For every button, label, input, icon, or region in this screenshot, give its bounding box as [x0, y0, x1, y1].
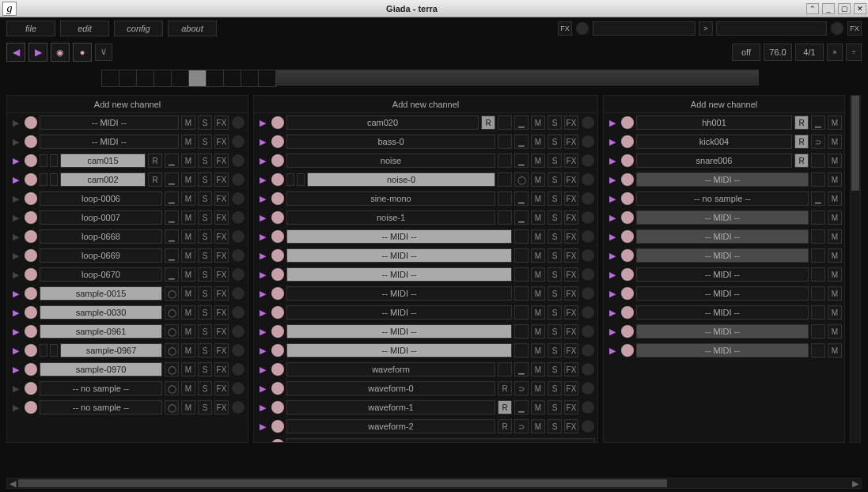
channel-read-actions-button[interactable]: R	[794, 153, 809, 168]
channel-solo-button[interactable]: S	[548, 191, 562, 206]
channel-mode-button[interactable]: ▁	[514, 191, 529, 206]
channel-volume-knob[interactable]	[231, 134, 245, 149]
transport-input-rec-button[interactable]: ●	[73, 43, 92, 62]
channel-arm-button[interactable]	[271, 268, 284, 281]
channel-mute-button[interactable]: M	[828, 191, 842, 206]
channel-mode-button[interactable]: ▁	[514, 115, 529, 130]
add-channel-button[interactable]: Add new channel	[7, 96, 248, 113]
channel-volume-knob[interactable]	[581, 115, 595, 130]
channel-play-button[interactable]: ▶	[256, 116, 269, 129]
channel-arm-button[interactable]	[621, 249, 634, 262]
channel-read-actions-button[interactable]: R	[148, 153, 162, 168]
channel-name[interactable]: noise-0	[307, 172, 495, 187]
channel-mute-button[interactable]: M	[181, 172, 195, 187]
channel-mode-button[interactable]	[514, 248, 529, 263]
channel-arm-button[interactable]	[25, 173, 37, 186]
channel-play-button[interactable]: ▶	[256, 135, 269, 148]
channel-volume-knob[interactable]	[581, 134, 595, 149]
channel-name[interactable]: hh001	[636, 115, 792, 130]
channel-mute-button[interactable]: M	[181, 115, 195, 130]
channel-fx-button[interactable]: FX	[564, 229, 578, 244]
channel-solo-button[interactable]: S	[198, 305, 212, 320]
channel-arm-button[interactable]	[271, 192, 284, 205]
channel-mute-button[interactable]: M	[531, 362, 545, 377]
seq-cell-8[interactable]	[241, 70, 259, 86]
channel-fx-button[interactable]: FX	[564, 362, 578, 377]
channel-mode-button[interactable]: ▁	[514, 134, 529, 149]
channel-read-actions-button[interactable]: R	[794, 134, 809, 149]
channel-play-button[interactable]: ▶	[256, 325, 269, 338]
channel-play-button[interactable]: ▶	[9, 344, 22, 357]
channel-fx-button[interactable]: FX	[214, 362, 229, 377]
channel-mute-button[interactable]: M	[181, 153, 195, 168]
seq-cell-0[interactable]	[102, 70, 119, 86]
channel-name[interactable]: bass	[286, 438, 595, 442]
channel-mute-button[interactable]: M	[181, 400, 195, 414]
channel-mute-button[interactable]: M	[531, 210, 545, 225]
channel-name[interactable]: sine-mono	[286, 191, 495, 206]
channel-name[interactable]: -- MIDI --	[636, 267, 809, 282]
channel-name[interactable]: -- MIDI --	[286, 324, 512, 339]
channel-mute-button[interactable]: M	[828, 115, 842, 130]
channel-mode-button[interactable]	[811, 267, 825, 282]
channel-solo-button[interactable]: S	[198, 210, 212, 225]
channel-volume-knob[interactable]	[231, 324, 245, 339]
channel-mute-button[interactable]: M	[531, 134, 545, 149]
channel-solo-button[interactable]: S	[548, 343, 562, 358]
channel-play-button[interactable]: ▶	[256, 249, 269, 262]
channel-volume-knob[interactable]	[581, 324, 595, 339]
channel-play-button[interactable]: ▶	[606, 211, 619, 224]
channel-mute-button[interactable]: M	[828, 324, 842, 339]
channel-loop-mode-button[interactable]: ◯	[165, 400, 179, 414]
menu-file[interactable]: file	[6, 21, 55, 36]
channel-volume-knob[interactable]	[231, 400, 245, 414]
channel-name[interactable]: snare006	[636, 153, 792, 168]
channel-volume-knob[interactable]	[231, 248, 245, 263]
channel-play-button[interactable]: ▶	[606, 173, 619, 186]
channel-name[interactable]: -- MIDI --	[40, 115, 179, 130]
channel-loop-mode-button[interactable]: ◯	[165, 362, 179, 377]
channel-mute-button[interactable]: M	[531, 229, 545, 244]
channel-fx-button[interactable]: FX	[214, 115, 229, 130]
channel-name[interactable]: -- MIDI --	[636, 248, 809, 263]
channel-arm-button[interactable]	[271, 211, 284, 224]
channel-arm-button[interactable]	[621, 287, 634, 300]
channel-name[interactable]: bass-0	[286, 134, 495, 149]
channel-solo-button[interactable]: S	[548, 286, 562, 301]
channel-read-actions-button[interactable]: R	[498, 400, 512, 414]
channel-name[interactable]: sample-0961	[40, 324, 162, 339]
channel-volume-knob[interactable]	[231, 191, 245, 206]
channel-solo-button[interactable]: S	[548, 153, 562, 168]
channel-play-button[interactable]: ▶	[606, 344, 619, 357]
channel-play-button[interactable]: ▶	[256, 401, 269, 414]
channel-name[interactable]: -- MIDI --	[286, 229, 512, 244]
channel-name[interactable]: sample-0015	[40, 286, 162, 301]
channel-solo-button[interactable]: S	[548, 400, 562, 414]
menu-edit[interactable]: edit	[60, 21, 109, 36]
channel-volume-knob[interactable]	[581, 191, 595, 206]
channel-arm-button[interactable]	[621, 211, 634, 224]
channel-play-button[interactable]: ▶	[256, 192, 269, 205]
seq-cell-5[interactable]	[189, 70, 207, 86]
channel-mute-button[interactable]: M	[181, 229, 195, 244]
timesig-readout[interactable]: 4/1	[795, 44, 824, 61]
channel-play-button[interactable]: ▶	[256, 173, 269, 186]
channel-name[interactable]: loop-0669	[40, 248, 162, 263]
channel-arm-button[interactable]	[621, 192, 634, 205]
channel-loop-mode-button[interactable]: ◯	[165, 343, 179, 358]
channel-solo-button[interactable]: S	[198, 362, 212, 377]
channel-fx-button[interactable]: FX	[564, 324, 578, 339]
master-out-knob[interactable]	[830, 21, 844, 36]
channel-stub[interactable]	[40, 173, 47, 186]
channel-mute-button[interactable]: M	[531, 305, 545, 320]
channel-mode-button[interactable]: ▁	[165, 248, 179, 263]
channel-solo-button[interactable]: S	[198, 191, 212, 206]
channel-mute-button[interactable]: M	[531, 381, 545, 395]
channel-play-button[interactable]: ▶	[9, 249, 22, 262]
channel-arm-button[interactable]	[621, 173, 634, 186]
channel-arm-button[interactable]	[25, 325, 37, 338]
channel-name[interactable]: cam015	[60, 153, 146, 168]
channel-arm-button[interactable]	[271, 306, 284, 319]
channel-name[interactable]: waveform-2	[286, 419, 495, 433]
channel-mode-button[interactable]: ▁	[514, 210, 529, 225]
